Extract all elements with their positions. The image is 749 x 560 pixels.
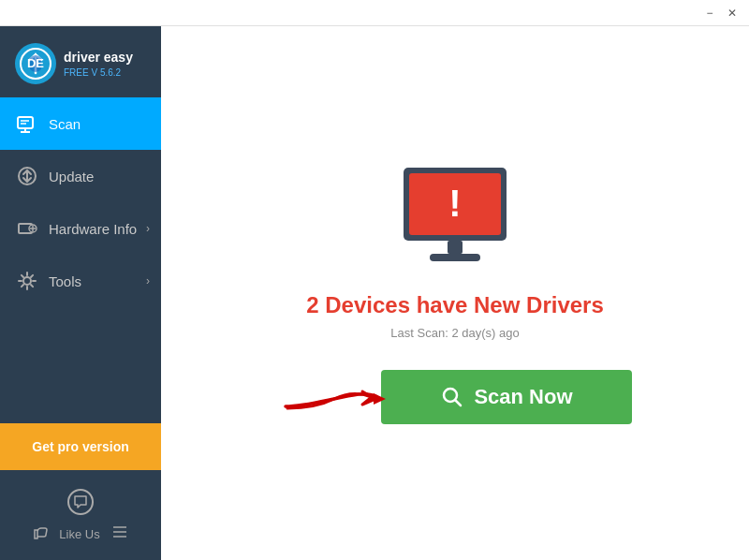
main-area: e DE driver easy FREE V 5.6.2 (0, 26, 749, 560)
scan-now-button[interactable]: Scan Now (381, 370, 632, 424)
scan-now-label: Scan Now (474, 385, 572, 409)
svg-line-27 (456, 400, 462, 405)
sidebar-bottom: Like Us (0, 470, 161, 560)
logo-text: driver easy FREE V 5.6.2 (64, 50, 133, 78)
scan-icon (15, 111, 39, 136)
monitor-container: ! (394, 163, 516, 270)
app-window: − ✕ e (0, 0, 749, 560)
red-arrow-icon (278, 378, 390, 416)
scan-row: Scan Now (278, 370, 632, 424)
sidebar-hardware-label: Hardware Info (49, 221, 137, 237)
sidebar-item-scan[interactable]: Scan (0, 97, 161, 150)
app-name: driver easy (64, 50, 133, 66)
close-button[interactable]: ✕ (723, 4, 742, 22)
get-pro-label: Get pro version (32, 439, 128, 454)
logo-wrapper: e DE driver easy FREE V 5.6.2 (15, 43, 133, 84)
list-icon (111, 523, 128, 544)
svg-rect-5 (18, 117, 33, 128)
sidebar-item-update[interactable]: Update (0, 150, 161, 202)
sidebar-update-label: Update (49, 169, 94, 184)
title-bar: − ✕ (0, 0, 749, 26)
search-icon (440, 385, 464, 409)
status-title: 2 Devices have New Drivers (306, 292, 604, 318)
content-area: ! 2 Devices have New Drivers Last Scan: … (161, 26, 749, 560)
sidebar-item-tools[interactable]: Tools › (0, 255, 161, 307)
svg-rect-24 (430, 254, 480, 261)
tools-arrow-icon: › (146, 274, 150, 287)
monitor-icon: ! (394, 163, 516, 266)
sidebar-tools-label: Tools (49, 273, 81, 289)
last-scan-text: Last Scan: 2 day(s) ago (390, 326, 519, 340)
svg-rect-23 (448, 241, 463, 254)
sidebar-item-hardware-info[interactable]: Hardware Info › (0, 202, 161, 255)
update-icon (15, 164, 39, 188)
get-pro-button[interactable]: Get pro version (0, 423, 161, 470)
like-us-label: Like Us (59, 527, 99, 541)
minimize-button[interactable]: − (700, 4, 719, 22)
logo-area: e DE driver easy FREE V 5.6.2 (0, 26, 161, 97)
tools-icon (15, 269, 39, 293)
hardware-icon (15, 216, 39, 241)
sidebar: e DE driver easy FREE V 5.6.2 (0, 26, 161, 560)
feedback-icon[interactable] (67, 489, 94, 515)
like-us-item[interactable]: Like Us (33, 523, 127, 545)
app-version: FREE V 5.6.2 (64, 67, 133, 78)
app-logo-icon: e DE (15, 43, 56, 84)
svg-text:!: ! (448, 183, 461, 224)
svg-point-16 (23, 277, 31, 285)
arrow-container (278, 378, 390, 416)
svg-text:DE: DE (27, 56, 44, 70)
svg-marker-25 (374, 393, 386, 405)
like-icon (33, 523, 51, 545)
sidebar-scan-label: Scan (49, 116, 81, 132)
hardware-arrow-icon: › (146, 222, 150, 235)
